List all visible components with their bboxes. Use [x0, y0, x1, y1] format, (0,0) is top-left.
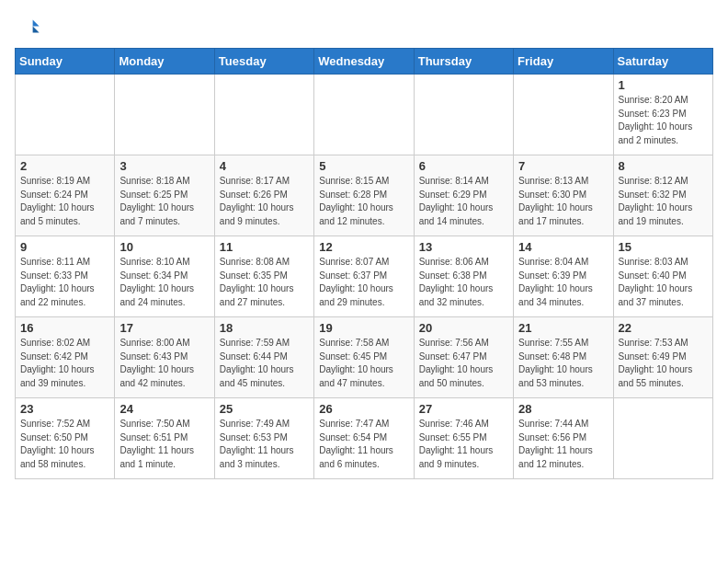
day-info: Sunrise: 7:44 AM Sunset: 6:56 PM Dayligh…	[518, 418, 608, 471]
calendar-cell: 15Sunrise: 8:03 AM Sunset: 6:40 PM Dayli…	[613, 236, 712, 317]
day-info: Sunrise: 8:00 AM Sunset: 6:43 PM Dayligh…	[119, 337, 209, 390]
day-info: Sunrise: 8:07 AM Sunset: 6:37 PM Dayligh…	[319, 256, 408, 309]
day-info: Sunrise: 7:47 AM Sunset: 6:54 PM Dayligh…	[319, 418, 408, 471]
calendar-cell	[314, 75, 414, 155]
day-number: 2	[20, 159, 109, 173]
day-info: Sunrise: 8:08 AM Sunset: 6:35 PM Dayligh…	[220, 256, 309, 309]
day-number: 23	[20, 402, 109, 416]
calendar-cell: 23Sunrise: 7:52 AM Sunset: 6:50 PM Dayli…	[16, 398, 115, 479]
calendar-cell: 4Sunrise: 8:17 AM Sunset: 6:26 PM Daylig…	[214, 155, 313, 236]
weekday-header-wednesday: Wednesday	[314, 49, 414, 75]
day-info: Sunrise: 7:53 AM Sunset: 6:49 PM Dayligh…	[619, 337, 708, 390]
day-info: Sunrise: 7:59 AM Sunset: 6:44 PM Dayligh…	[220, 337, 309, 390]
day-info: Sunrise: 8:06 AM Sunset: 6:38 PM Dayligh…	[419, 256, 508, 309]
calendar-cell: 22Sunrise: 7:53 AM Sunset: 6:49 PM Dayli…	[613, 317, 712, 398]
day-info: Sunrise: 8:17 AM Sunset: 6:26 PM Dayligh…	[220, 175, 309, 228]
day-number: 17	[119, 321, 209, 335]
weekday-header-saturday: Saturday	[613, 49, 712, 75]
day-number: 16	[20, 321, 109, 335]
day-number: 18	[220, 321, 309, 335]
calendar-cell: 18Sunrise: 7:59 AM Sunset: 6:44 PM Dayli…	[214, 317, 313, 398]
day-number: 9	[20, 240, 109, 254]
calendar-cell: 19Sunrise: 7:58 AM Sunset: 6:45 PM Dayli…	[314, 317, 414, 398]
day-number: 3	[119, 159, 209, 173]
calendar-cell: 3Sunrise: 8:18 AM Sunset: 6:25 PM Daylig…	[115, 155, 214, 236]
calendar-cell	[613, 398, 712, 479]
day-number: 26	[319, 402, 408, 416]
calendar-cell: 8Sunrise: 8:12 AM Sunset: 6:32 PM Daylig…	[613, 155, 712, 236]
day-info: Sunrise: 7:52 AM Sunset: 6:50 PM Dayligh…	[20, 418, 109, 471]
weekday-header-sunday: Sunday	[16, 49, 115, 75]
day-number: 15	[619, 240, 708, 254]
calendar-cell: 5Sunrise: 8:15 AM Sunset: 6:28 PM Daylig…	[314, 155, 414, 236]
svg-marker-0	[33, 20, 40, 27]
page-header	[15, 15, 713, 40]
calendar-cell	[514, 75, 613, 155]
calendar-cell: 25Sunrise: 7:49 AM Sunset: 6:53 PM Dayli…	[214, 398, 313, 479]
week-row-2: 2Sunrise: 8:19 AM Sunset: 6:24 PM Daylig…	[16, 155, 713, 236]
week-row-4: 16Sunrise: 8:02 AM Sunset: 6:42 PM Dayli…	[16, 317, 713, 398]
week-row-1: 1Sunrise: 8:20 AM Sunset: 6:23 PM Daylig…	[16, 75, 713, 155]
day-number: 28	[518, 402, 608, 416]
calendar-cell: 20Sunrise: 7:56 AM Sunset: 6:47 PM Dayli…	[414, 317, 513, 398]
day-info: Sunrise: 8:15 AM Sunset: 6:28 PM Dayligh…	[319, 175, 408, 228]
weekday-header-monday: Monday	[115, 49, 214, 75]
calendar-cell: 14Sunrise: 8:04 AM Sunset: 6:39 PM Dayli…	[514, 236, 613, 317]
day-number: 1	[619, 78, 708, 92]
week-row-3: 9Sunrise: 8:11 AM Sunset: 6:33 PM Daylig…	[16, 236, 713, 317]
calendar-cell: 6Sunrise: 8:14 AM Sunset: 6:29 PM Daylig…	[414, 155, 513, 236]
day-info: Sunrise: 7:46 AM Sunset: 6:55 PM Dayligh…	[419, 418, 508, 471]
day-info: Sunrise: 8:10 AM Sunset: 6:34 PM Dayligh…	[119, 256, 209, 309]
calendar-cell	[214, 75, 313, 155]
weekday-header-thursday: Thursday	[414, 49, 513, 75]
day-info: Sunrise: 8:18 AM Sunset: 6:25 PM Dayligh…	[119, 175, 209, 228]
calendar-cell: 9Sunrise: 8:11 AM Sunset: 6:33 PM Daylig…	[16, 236, 115, 317]
day-number: 6	[419, 159, 508, 173]
calendar-table: SundayMondayTuesdayWednesdayThursdayFrid…	[15, 48, 713, 479]
calendar-cell: 17Sunrise: 8:00 AM Sunset: 6:43 PM Dayli…	[115, 317, 214, 398]
day-info: Sunrise: 8:13 AM Sunset: 6:30 PM Dayligh…	[518, 175, 608, 228]
day-info: Sunrise: 7:49 AM Sunset: 6:53 PM Dayligh…	[220, 418, 309, 471]
day-number: 19	[319, 321, 408, 335]
calendar-cell: 7Sunrise: 8:13 AM Sunset: 6:30 PM Daylig…	[514, 155, 613, 236]
day-number: 27	[419, 402, 508, 416]
day-info: Sunrise: 8:12 AM Sunset: 6:32 PM Dayligh…	[619, 175, 708, 228]
calendar-cell: 2Sunrise: 8:19 AM Sunset: 6:24 PM Daylig…	[16, 155, 115, 236]
calendar-cell: 10Sunrise: 8:10 AM Sunset: 6:34 PM Dayli…	[115, 236, 214, 317]
day-number: 21	[518, 321, 608, 335]
calendar-cell: 24Sunrise: 7:50 AM Sunset: 6:51 PM Dayli…	[115, 398, 214, 479]
calendar-cell: 12Sunrise: 8:07 AM Sunset: 6:37 PM Dayli…	[314, 236, 414, 317]
day-number: 20	[419, 321, 508, 335]
weekday-header-tuesday: Tuesday	[214, 49, 313, 75]
svg-marker-1	[33, 27, 40, 33]
day-info: Sunrise: 7:55 AM Sunset: 6:48 PM Dayligh…	[518, 337, 608, 390]
day-info: Sunrise: 7:50 AM Sunset: 6:51 PM Dayligh…	[119, 418, 209, 471]
weekday-header-friday: Friday	[514, 49, 613, 75]
logo-icon	[15, 15, 40, 40]
day-number: 12	[319, 240, 408, 254]
day-number: 4	[220, 159, 309, 173]
day-info: Sunrise: 8:14 AM Sunset: 6:29 PM Dayligh…	[419, 175, 508, 228]
day-number: 7	[518, 159, 608, 173]
day-number: 5	[319, 159, 408, 173]
calendar-cell: 13Sunrise: 8:06 AM Sunset: 6:38 PM Dayli…	[414, 236, 513, 317]
calendar-cell: 26Sunrise: 7:47 AM Sunset: 6:54 PM Dayli…	[314, 398, 414, 479]
day-number: 22	[619, 321, 708, 335]
logo	[15, 15, 44, 40]
day-info: Sunrise: 8:02 AM Sunset: 6:42 PM Dayligh…	[20, 337, 109, 390]
calendar-cell: 11Sunrise: 8:08 AM Sunset: 6:35 PM Dayli…	[214, 236, 313, 317]
week-row-5: 23Sunrise: 7:52 AM Sunset: 6:50 PM Dayli…	[16, 398, 713, 479]
day-info: Sunrise: 7:56 AM Sunset: 6:47 PM Dayligh…	[419, 337, 508, 390]
calendar-cell: 16Sunrise: 8:02 AM Sunset: 6:42 PM Dayli…	[16, 317, 115, 398]
day-number: 10	[119, 240, 209, 254]
day-info: Sunrise: 8:03 AM Sunset: 6:40 PM Dayligh…	[619, 256, 708, 309]
day-number: 14	[518, 240, 608, 254]
calendar-cell: 28Sunrise: 7:44 AM Sunset: 6:56 PM Dayli…	[514, 398, 613, 479]
day-number: 8	[619, 159, 708, 173]
calendar-cell	[115, 75, 214, 155]
day-info: Sunrise: 8:19 AM Sunset: 6:24 PM Dayligh…	[20, 175, 109, 228]
day-number: 11	[220, 240, 309, 254]
day-number: 25	[220, 402, 309, 416]
weekday-header-row: SundayMondayTuesdayWednesdayThursdayFrid…	[16, 49, 713, 75]
calendar-cell: 27Sunrise: 7:46 AM Sunset: 6:55 PM Dayli…	[414, 398, 513, 479]
